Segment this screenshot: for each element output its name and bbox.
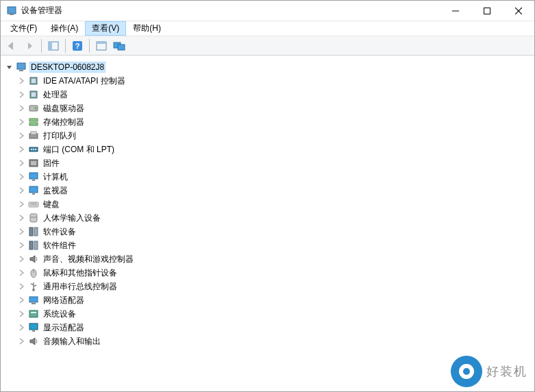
tree-node-software-components[interactable]: 软件组件 [17, 238, 534, 252]
expand-icon[interactable] [17, 282, 27, 291]
keyboard-icon [28, 199, 39, 210]
expand-icon[interactable] [17, 323, 27, 332]
expand-icon[interactable] [17, 254, 27, 264]
expand-icon[interactable] [17, 295, 27, 305]
tree-node-mouse[interactable]: 鼠标和其他指针设备 [17, 266, 534, 280]
computer-icon [16, 62, 27, 73]
tree-node-network[interactable]: 网络适配器 [17, 293, 534, 307]
window-title: 设备管理器 [21, 5, 62, 16]
svg-rect-22 [29, 119, 38, 121]
properties-button[interactable] [93, 38, 110, 53]
expand-icon[interactable] [17, 309, 27, 319]
speaker-icon [28, 254, 39, 265]
svg-rect-13 [118, 45, 125, 50]
printer-icon [28, 130, 39, 141]
expand-icon[interactable] [17, 336, 27, 346]
node-label: 存储控制器 [42, 117, 86, 128]
monitor-icon [28, 185, 39, 196]
chip-icon [28, 89, 39, 100]
node-label: 处理器 [42, 89, 69, 101]
tree-node-software-devices[interactable]: 软件设备 [17, 225, 534, 238]
tree-node-cpu[interactable]: 处理器 [17, 88, 534, 101]
forward-button[interactable] [21, 38, 38, 53]
expand-icon[interactable] [17, 241, 27, 250]
expand-icon[interactable] [17, 227, 27, 236]
tree-node-keyboard[interactable]: 键盘 [17, 197, 534, 211]
expand-icon[interactable] [17, 158, 27, 168]
svg-point-28 [33, 149, 34, 150]
show-hide-tree-button[interactable] [45, 38, 62, 53]
mouse-icon [28, 267, 39, 278]
node-label: 计算机 [42, 171, 69, 183]
system-icon [28, 308, 39, 319]
tree-node-system[interactable]: 系统设备 [17, 307, 534, 321]
tree-node-storage[interactable]: 存储控制器 [17, 115, 534, 129]
tree-node-computer[interactable]: 计算机 [17, 170, 534, 184]
help-button[interactable]: ? [69, 38, 86, 53]
node-label: 系统设备 [42, 308, 77, 320]
tree-node-print[interactable]: 打印队列 [17, 129, 534, 143]
back-button[interactable] [3, 38, 20, 53]
svg-rect-15 [19, 70, 23, 71]
expand-icon[interactable] [17, 117, 27, 127]
expand-icon[interactable] [17, 268, 27, 278]
svg-rect-52 [32, 303, 36, 304]
expand-icon[interactable] [17, 186, 27, 195]
tree-node-ide[interactable]: IDE ATA/ATAPI 控制器 [17, 74, 534, 88]
network-icon [28, 295, 39, 306]
tree-node-firmware[interactable]: 固件 [17, 156, 534, 170]
tree-node-display[interactable]: 显示适配器 [17, 321, 534, 334]
node-label: 键盘 [42, 199, 61, 210]
speaker-icon [28, 336, 39, 347]
menu-file[interactable]: 文件(F) [3, 21, 44, 36]
expand-icon[interactable] [17, 199, 27, 209]
expand-icon[interactable] [17, 213, 27, 223]
tree-node-monitor[interactable]: 监视器 [17, 184, 534, 197]
svg-rect-51 [29, 297, 38, 302]
svg-rect-11 [97, 42, 106, 44]
expand-icon[interactable] [17, 131, 27, 140]
tree-node-disk[interactable]: 磁盘驱动器 [17, 101, 534, 115]
tree-root-node[interactable]: DESKTOP-06082J8 [5, 60, 534, 74]
tree-node-audio-io[interactable]: 音频输入和输出 [17, 334, 534, 348]
firmware-icon [28, 158, 39, 169]
svg-rect-1 [10, 14, 14, 15]
menu-help[interactable]: 帮助(H) [126, 21, 168, 36]
title-bar: 设备管理器 [1, 1, 534, 21]
expand-icon[interactable] [17, 103, 27, 113]
minimize-button[interactable] [440, 1, 471, 21]
svg-rect-23 [29, 123, 38, 125]
node-label: IDE ATA/ATAPI 控制器 [42, 75, 127, 87]
svg-rect-19 [32, 93, 36, 97]
root-label: DESKTOP-06082J8 [29, 62, 105, 73]
svg-rect-55 [29, 323, 38, 330]
svg-text:?: ? [75, 42, 80, 50]
collapse-icon[interactable] [5, 62, 14, 72]
node-label: 人体学输入设备 [42, 212, 102, 224]
menu-action[interactable]: 操作(A) [44, 21, 85, 36]
tree-node-ports[interactable]: 端口 (COM 和 LPT) [17, 143, 534, 156]
svg-rect-42 [34, 228, 38, 236]
svg-rect-3 [484, 8, 490, 14]
tree-node-hid[interactable]: 人体学输入设备 [17, 211, 534, 225]
expand-icon[interactable] [17, 76, 27, 86]
svg-rect-31 [31, 161, 36, 165]
expand-icon[interactable] [17, 145, 27, 154]
tree-node-usb[interactable]: 通用串行总线控制器 [17, 280, 534, 293]
maximize-button[interactable] [471, 1, 503, 21]
menu-view[interactable]: 查看(V) [85, 21, 126, 36]
scan-hardware-button[interactable] [111, 38, 127, 53]
monitor-icon [28, 171, 39, 182]
hid-icon [28, 212, 39, 223]
svg-rect-34 [29, 186, 38, 193]
svg-rect-25 [31, 132, 36, 134]
close-button[interactable] [503, 1, 534, 21]
svg-rect-53 [29, 310, 38, 317]
svg-rect-35 [32, 193, 35, 195]
expand-icon[interactable] [17, 172, 27, 182]
device-tree[interactable]: DESKTOP-06082J8 IDE ATA/ATAPI 控制器处理器磁盘驱动… [1, 57, 534, 391]
tree-node-sound[interactable]: 声音、视频和游戏控制器 [17, 252, 534, 266]
svg-rect-44 [34, 241, 38, 249]
node-label: 网络适配器 [42, 295, 86, 306]
expand-icon[interactable] [17, 90, 27, 99]
